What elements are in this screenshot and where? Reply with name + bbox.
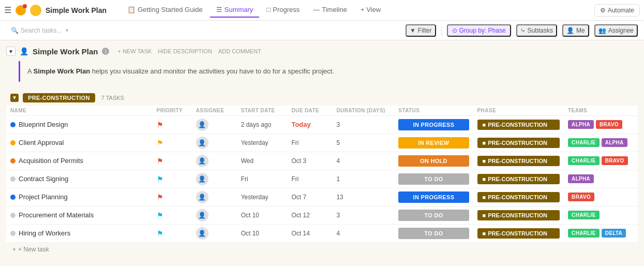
task-status-badge[interactable]: TO DO bbox=[398, 228, 469, 239]
avatar-icon: 👤 bbox=[198, 175, 206, 183]
task-status-cell: IN PROGRESS bbox=[394, 115, 473, 134]
task-status-badge[interactable]: TO DO bbox=[398, 210, 469, 221]
task-status-cell: TO DO bbox=[394, 224, 473, 242]
task-table: ▼ PRE-CONSTRUCTION 7 TASKS NAME PRIORITY… bbox=[6, 90, 638, 243]
task-row[interactable]: Blueprint Design ⚑ 👤 2 days ago Today 3 … bbox=[6, 115, 638, 134]
priority-flag[interactable]: ⚑ bbox=[157, 121, 163, 129]
task-row[interactable]: Project Planning ⚑ 👤 Yesterday Oct 7 13 … bbox=[6, 188, 638, 206]
hide-description-button[interactable]: HIDE DESCRIPTION bbox=[158, 48, 212, 54]
task-row[interactable]: Procurement of Materials ⚑ 👤 Oct 10 Oct … bbox=[6, 206, 638, 224]
col-header-duration[interactable]: DURATION (DAYS) bbox=[332, 106, 394, 116]
project-collapse-button[interactable]: ▼ bbox=[6, 47, 16, 56]
task-due-date: Oct 3 bbox=[291, 157, 306, 165]
task-name[interactable]: Project Planning bbox=[19, 193, 68, 201]
col-header-name[interactable]: NAME bbox=[6, 106, 153, 116]
task-phase-badge[interactable]: ■ PRE-CONSTRUCTION bbox=[477, 210, 560, 220]
team-badge: CHARLIE bbox=[568, 138, 600, 147]
group-collapse-button[interactable]: ▼ bbox=[10, 94, 19, 102]
priority-flag[interactable]: ⚑ bbox=[157, 193, 163, 201]
task-name[interactable]: Blueprint Design bbox=[19, 121, 68, 128]
team-badge: CHARLIE bbox=[568, 229, 600, 238]
project-title: Simple Work Plan bbox=[33, 47, 98, 56]
assignee-avatar[interactable]: 👤 bbox=[196, 119, 208, 131]
phase-icon: ■ bbox=[483, 176, 486, 182]
col-header-assignee[interactable]: ASSIGNEE bbox=[192, 106, 237, 116]
task-row[interactable]: Client Approval ⚑ 👤 Yesterday Fri 5 IN R… bbox=[6, 134, 638, 152]
priority-flag[interactable]: ⚑ bbox=[157, 211, 163, 219]
phase-icon: ■ bbox=[483, 194, 486, 200]
task-phase-badge[interactable]: ■ PRE-CONSTRUCTION bbox=[477, 174, 560, 184]
filter-button[interactable]: ▼ Filter bbox=[406, 24, 436, 37]
col-header-teams[interactable]: TEAMS bbox=[564, 106, 638, 116]
tab-label: + View bbox=[361, 6, 381, 13]
task-row[interactable]: Acquisition of Permits ⚑ 👤 Wed Oct 3 4 O… bbox=[6, 152, 638, 170]
task-name[interactable]: Acquisition of Permits bbox=[19, 157, 83, 165]
col-header-priority[interactable]: PRIORITY bbox=[153, 106, 192, 116]
task-duration: 13 bbox=[336, 194, 343, 201]
col-header-due-date[interactable]: DUE DATE bbox=[287, 106, 332, 116]
assignee-avatar[interactable]: 👤 bbox=[196, 137, 208, 149]
assignee-button[interactable]: 👥 Assignee bbox=[594, 24, 638, 37]
group-by-button[interactable]: ⊙ Group by: Phase bbox=[447, 24, 511, 37]
assignee-avatar[interactable]: 👤 bbox=[196, 191, 208, 203]
task-start-date-cell: Fri bbox=[237, 170, 288, 188]
tab-timeline[interactable]: — Timeline bbox=[307, 3, 353, 18]
toolbar-divider bbox=[441, 26, 442, 35]
task-name[interactable]: Contract Signing bbox=[19, 175, 68, 183]
priority-flag[interactable]: ⚑ bbox=[157, 175, 163, 183]
task-name[interactable]: Hiring of Workers bbox=[19, 229, 70, 237]
new-task-row[interactable]: + + New task bbox=[6, 243, 638, 256]
task-phase-badge[interactable]: ■ PRE-CONSTRUCTION bbox=[477, 156, 560, 166]
task-status-badge[interactable]: TO DO bbox=[398, 173, 469, 185]
automate-button[interactable]: ⚙ Automate bbox=[594, 4, 640, 17]
task-start-date-cell: Yesterday bbox=[237, 134, 288, 152]
task-phase-badge[interactable]: ■ PRE-CONSTRUCTION bbox=[477, 138, 560, 148]
task-phase-badge[interactable]: ■ PRE-CONSTRUCTION bbox=[477, 120, 560, 130]
task-due-date-cell: Oct 3 bbox=[287, 152, 332, 170]
toolbar: 🔍 Search tasks... ▾ ▼ Filter ⊙ Group by:… bbox=[0, 21, 644, 40]
assignee-avatar[interactable]: 👤 bbox=[196, 173, 208, 185]
task-due-date-cell: Today bbox=[287, 115, 332, 134]
tab-add-view[interactable]: + View bbox=[354, 3, 387, 18]
task-phase-badge[interactable]: ■ PRE-CONSTRUCTION bbox=[477, 228, 560, 239]
task-status-badge[interactable]: ON HOLD bbox=[398, 155, 469, 167]
new-task-header-button[interactable]: + NEW TASK bbox=[117, 48, 152, 54]
task-duration-cell: 3 bbox=[332, 206, 394, 224]
task-start-date: Wed bbox=[241, 157, 253, 165]
task-name[interactable]: Procurement of Materials bbox=[19, 211, 94, 219]
col-header-start-date[interactable]: START DATE bbox=[237, 106, 288, 116]
task-status-badge[interactable]: IN REVIEW bbox=[398, 137, 469, 149]
search-box[interactable]: 🔍 Search tasks... ▾ bbox=[6, 24, 73, 37]
top-bar: ☰ Simple Work Plan 📋 Getting Started Gui… bbox=[0, 0, 644, 21]
task-phase-cell: ■ PRE-CONSTRUCTION bbox=[473, 224, 564, 242]
tab-progress[interactable]: □ Progress bbox=[260, 3, 306, 18]
assignee-avatar[interactable]: 👤 bbox=[196, 209, 208, 221]
me-button[interactable]: 👤 Me bbox=[562, 24, 589, 37]
priority-flag[interactable]: ⚑ bbox=[157, 157, 163, 165]
col-header-phase[interactable]: PHASE bbox=[473, 106, 564, 116]
task-status-badge[interactable]: IN PROGRESS bbox=[398, 191, 469, 203]
task-row[interactable]: Hiring of Workers ⚑ 👤 Oct 10 Oct 14 4 TO… bbox=[6, 224, 638, 242]
subtasks-button[interactable]: ⤷ Subtasks bbox=[516, 24, 557, 37]
tab-summary[interactable]: ☰ Summary bbox=[210, 3, 260, 18]
hamburger-menu[interactable]: ☰ bbox=[4, 5, 11, 15]
priority-flag[interactable]: ⚑ bbox=[157, 229, 163, 238]
col-header-status[interactable]: STATUS bbox=[394, 106, 473, 116]
search-dropdown-arrow[interactable]: ▾ bbox=[66, 27, 68, 33]
task-start-date-cell: Oct 10 bbox=[237, 206, 288, 224]
project-person-icon: 👤 bbox=[20, 47, 28, 55]
task-phase-badge[interactable]: ■ PRE-CONSTRUCTION bbox=[477, 192, 560, 202]
project-info-icon[interactable]: i bbox=[102, 48, 109, 55]
task-duration-cell: 4 bbox=[332, 152, 394, 170]
tab-getting-started[interactable]: 📋 Getting Started Guide bbox=[121, 3, 209, 18]
assignee-avatar[interactable]: 👤 bbox=[196, 227, 208, 240]
assignee-avatar[interactable]: 👤 bbox=[196, 155, 208, 167]
task-duration: 4 bbox=[336, 230, 340, 237]
add-comment-button[interactable]: ADD COMMENT bbox=[218, 48, 261, 54]
task-name[interactable]: Client Approval bbox=[19, 139, 64, 146]
priority-flag[interactable]: ⚑ bbox=[157, 139, 163, 147]
task-status-badge[interactable]: IN PROGRESS bbox=[398, 119, 469, 130]
task-status-cell: ON HOLD bbox=[394, 152, 473, 170]
task-duration-cell: 4 bbox=[332, 224, 394, 242]
task-row[interactable]: Contract Signing ⚑ 👤 Fri Fri 1 TO DO ■ P… bbox=[6, 170, 638, 188]
